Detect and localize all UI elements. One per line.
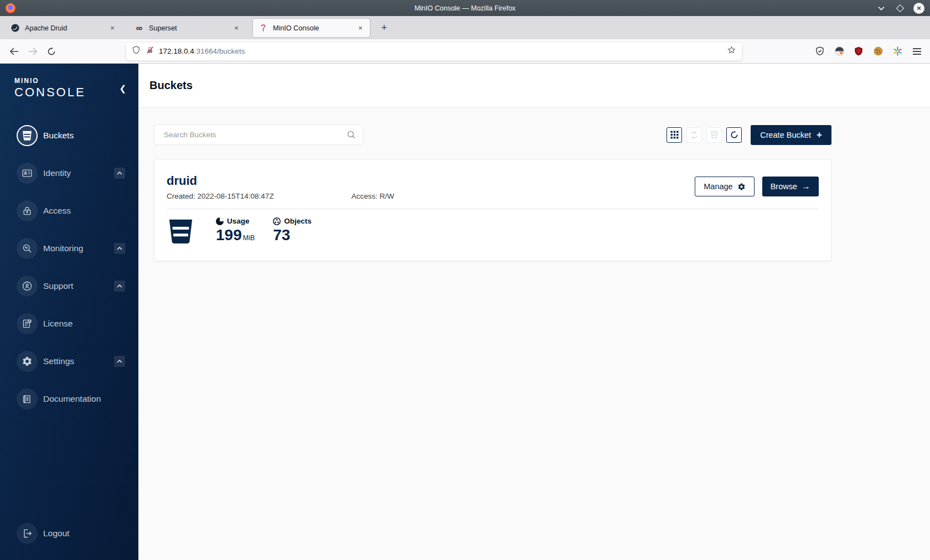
create-bucket-label: Create Bucket [760,131,811,139]
druid-favicon-icon [11,23,20,33]
monitoring-icon [17,238,38,259]
tracking-shield-icon[interactable] [132,45,141,57]
create-bucket-button[interactable]: Create Bucket + [751,125,831,145]
usage-value: 199 [216,227,242,243]
window-minimize-button[interactable] [876,3,887,14]
buckets-icon [17,125,38,146]
logout-icon [17,523,38,544]
extension-shield-icon[interactable] [812,44,828,59]
sidebar-item-label: Buckets [43,131,74,141]
sidebar-item-identity[interactable]: Identity [0,154,138,192]
settings-gear-icon [17,351,38,372]
sidebar-nav: Buckets Identity Access [0,117,138,418]
page-header: Buckets [138,64,930,108]
extension-cookie-icon[interactable] [870,44,886,59]
support-icon [17,276,38,297]
search-buckets-input[interactable] [154,125,363,145]
tab-label: Superset [149,24,231,32]
objects-icon [273,217,281,225]
bucket-created: Created: 2022-08-15T14:08:47Z [167,192,274,200]
sidebar-item-label: Settings [43,356,74,366]
minio-sidebar: MINIO CONSOLE ❮ Buckets Identity [0,64,138,560]
sidebar-item-monitoring[interactable]: Monitoring [0,230,138,267]
firefox-logo-icon [6,3,16,13]
sidebar-item-support[interactable]: Support [0,267,138,305]
sidebar-collapse-icon[interactable]: ❮ [119,84,126,94]
extension-colorburst-icon[interactable] [890,44,905,59]
reload-button[interactable] [43,43,60,60]
url-bar[interactable]: 172.18.0.4:31664/buckets [126,43,742,60]
delete-buckets-button[interactable] [706,127,722,143]
chevron-up-icon[interactable] [114,356,125,367]
usage-metric: Usage 199 MiB [216,217,255,243]
identity-icon [17,163,38,184]
tab-label: MinIO Console [273,24,355,32]
plus-icon: + [817,129,822,141]
bucket-icon [167,217,195,245]
manage-button[interactable]: Manage [695,177,754,196]
chevron-up-icon[interactable] [114,281,125,292]
bookmark-star-icon[interactable] [727,45,736,57]
tab-close-icon[interactable]: × [107,23,117,33]
sidebar-item-documentation[interactable]: Documentation [0,380,138,418]
sidebar-item-label: License [43,319,73,329]
tab-label: Apache Druid [25,24,107,32]
usage-pie-icon [216,217,224,225]
logout-label: Logout [43,528,69,538]
window-maximize-button[interactable] [895,3,906,14]
url-host: 172.18.0.4 [159,47,194,55]
usage-label: Usage [227,217,250,225]
arrow-right-icon: → [802,182,810,191]
tab-strip: Apache Druid × ∞ Superset × MinIO Consol… [0,16,930,39]
bucket-name[interactable]: druid [167,174,394,188]
firefox-window: MinIO Console — Mozilla Firefox × Apache… [0,0,930,560]
page-title: Buckets [149,79,193,92]
sidebar-item-buckets[interactable]: Buckets [0,117,138,154]
documentation-icon [17,388,38,409]
bucket-card-druid[interactable]: druid Created: 2022-08-15T14:08:47Z Acce… [154,159,831,261]
grid-view-button[interactable] [666,127,682,143]
url-text: 172.18.0.4:31664/buckets [159,47,727,55]
sidebar-item-access[interactable]: Access [0,192,138,230]
window-titlebar: MinIO Console — Mozilla Firefox × [0,0,930,16]
usage-unit: MiB [243,234,255,243]
set-replication-button[interactable] [686,127,702,143]
sidebar-item-logout[interactable]: Logout [0,515,138,552]
browse-label: Browse [771,182,797,191]
refresh-buckets-button[interactable] [726,127,742,143]
tab-superset[interactable]: ∞ Superset × [129,19,246,37]
back-button[interactable] [6,43,22,60]
superset-favicon-icon: ∞ [135,23,144,33]
window-close-button[interactable]: × [913,3,924,14]
sidebar-item-label: Monitoring [43,243,83,253]
tab-minio-console[interactable]: MinIO Console × [253,19,370,37]
sidebar-item-settings[interactable]: Settings [0,343,138,380]
sidebar-item-label: Access [43,206,71,216]
objects-label: Objects [284,217,312,225]
tab-close-icon[interactable]: × [231,23,241,33]
extension-ublock-icon[interactable] [851,44,866,59]
objects-metric: Objects 73 [273,217,312,243]
access-icon [17,200,38,221]
objects-value: 73 [273,227,290,243]
forward-button[interactable] [24,43,41,60]
tab-close-icon[interactable]: × [355,23,365,33]
url-path: :31664/buckets [194,47,245,55]
license-icon [17,313,38,334]
new-tab-button[interactable]: + [377,20,391,35]
browse-button[interactable]: Browse → [762,177,819,196]
buckets-toolbar: Create Bucket + [154,125,831,145]
main-content: Buckets [138,64,930,560]
chevron-up-icon[interactable] [114,243,125,254]
extension-proxy-icon[interactable] [831,44,847,59]
sidebar-item-label: Identity [43,168,71,178]
tab-apache-druid[interactable]: Apache Druid × [5,19,122,37]
insecure-lock-icon[interactable] [146,45,154,57]
menu-hamburger-icon[interactable] [909,44,924,59]
chevron-up-icon[interactable] [114,168,125,179]
sidebar-item-license[interactable]: License [0,305,138,343]
minio-logo: MINIO CONSOLE ❮ [0,64,138,100]
browser-toolbar: 172.18.0.4:31664/buckets [0,39,930,64]
manage-label: Manage [704,182,732,191]
card-divider [167,209,819,209]
